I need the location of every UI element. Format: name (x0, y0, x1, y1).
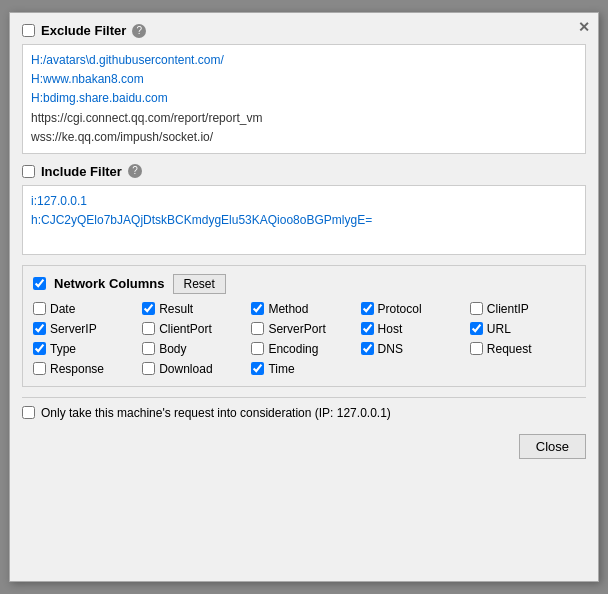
col-url-checkbox[interactable] (470, 322, 483, 335)
col-clientport-label: ClientPort (159, 322, 212, 336)
col-url: URL (470, 322, 575, 336)
include-filter-label: Include Filter (41, 164, 122, 179)
include-filter-header: Include Filter ? (22, 164, 586, 179)
col-date-checkbox[interactable] (33, 302, 46, 315)
main-dialog: ✕ Exclude Filter ? H:/avatars\d.githubus… (9, 12, 599, 582)
col-request: Request (470, 342, 575, 356)
col-encoding: Encoding (251, 342, 356, 356)
col-body: Body (142, 342, 247, 356)
col-method-label: Method (268, 302, 308, 316)
only-machine-checkbox[interactable] (22, 406, 35, 419)
col-clientport: ClientPort (142, 322, 247, 336)
exclude-entry-3: H:bdimg.share.baidu.com (31, 89, 577, 108)
include-entry-1: i:127.0.0.1 (31, 192, 577, 211)
exclude-filter-box: H:/avatars\d.githubusercontent.com/ H:ww… (22, 44, 586, 154)
col-request-checkbox[interactable] (470, 342, 483, 355)
col-serverport-label: ServerPort (268, 322, 325, 336)
col-type-label: Type (50, 342, 76, 356)
col-time-label: Time (268, 362, 294, 376)
col-serverip-label: ServerIP (50, 322, 97, 336)
close-button[interactable]: Close (519, 434, 586, 459)
exclude-entry-4: https://cgi.connect.qq.com/report/report… (31, 109, 577, 128)
close-x-button[interactable]: ✕ (578, 19, 590, 35)
divider (22, 397, 586, 398)
col-date-label: Date (50, 302, 75, 316)
col-serverip-checkbox[interactable] (33, 322, 46, 335)
col-response-checkbox[interactable] (33, 362, 46, 375)
col-result-checkbox[interactable] (142, 302, 155, 315)
col-encoding-label: Encoding (268, 342, 318, 356)
exclude-filter-label: Exclude Filter (41, 23, 126, 38)
exclude-filter-checkbox[interactable] (22, 24, 35, 37)
reset-button[interactable]: Reset (173, 274, 226, 294)
col-date: Date (33, 302, 138, 316)
col-clientip-label: ClientIP (487, 302, 529, 316)
exclude-filter-help-icon[interactable]: ? (132, 24, 146, 38)
col-clientip-checkbox[interactable] (470, 302, 483, 315)
col-method-checkbox[interactable] (251, 302, 264, 315)
network-columns-section: Network Columns Reset Date Result Method… (22, 265, 586, 387)
exclude-entry-1: H:/avatars\d.githubusercontent.com/ (31, 51, 577, 70)
col-protocol: Protocol (361, 302, 466, 316)
include-filter-help-icon[interactable]: ? (128, 164, 142, 178)
col-serverport: ServerPort (251, 322, 356, 336)
col-protocol-checkbox[interactable] (361, 302, 374, 315)
only-machine-row: Only take this machine's request into co… (22, 406, 586, 420)
col-response: Response (33, 362, 138, 376)
col-serverip: ServerIP (33, 322, 138, 336)
col-body-label: Body (159, 342, 186, 356)
col-method: Method (251, 302, 356, 316)
col-result-label: Result (159, 302, 193, 316)
exclude-entry-2: H:www.nbakan8.com (31, 70, 577, 89)
only-machine-label: Only take this machine's request into co… (41, 406, 391, 420)
col-download: Download (142, 362, 247, 376)
col-body-checkbox[interactable] (142, 342, 155, 355)
include-filter-box: i:127.0.0.1 h:CJC2yQElo7bJAQjDtskBCKmdyg… (22, 185, 586, 255)
col-download-checkbox[interactable] (142, 362, 155, 375)
include-entry-2: h:CJC2yQElo7bJAQjDtskBCKmdygElu53KAQioo8… (31, 211, 577, 230)
col-host-label: Host (378, 322, 403, 336)
col-url-label: URL (487, 322, 511, 336)
col-protocol-label: Protocol (378, 302, 422, 316)
col-clientip: ClientIP (470, 302, 575, 316)
col-response-label: Response (50, 362, 104, 376)
col-clientport-checkbox[interactable] (142, 322, 155, 335)
columns-grid: Date Result Method Protocol ClientIP S (33, 302, 575, 376)
col-type: Type (33, 342, 138, 356)
network-columns-header: Network Columns Reset (33, 274, 575, 294)
include-filter-checkbox[interactable] (22, 165, 35, 178)
col-time-checkbox[interactable] (251, 362, 264, 375)
col-result: Result (142, 302, 247, 316)
col-host: Host (361, 322, 466, 336)
col-encoding-checkbox[interactable] (251, 342, 264, 355)
col-download-label: Download (159, 362, 212, 376)
col-request-label: Request (487, 342, 532, 356)
col-serverport-checkbox[interactable] (251, 322, 264, 335)
network-columns-label: Network Columns (54, 276, 165, 291)
col-type-checkbox[interactable] (33, 342, 46, 355)
footer-row: Close (22, 430, 586, 459)
col-host-checkbox[interactable] (361, 322, 374, 335)
exclude-entry-5: wss://ke.qq.com/impush/socket.io/ (31, 128, 577, 147)
col-dns-checkbox[interactable] (361, 342, 374, 355)
col-dns-label: DNS (378, 342, 403, 356)
col-dns: DNS (361, 342, 466, 356)
network-columns-checkbox[interactable] (33, 277, 46, 290)
exclude-filter-header: Exclude Filter ? (22, 23, 586, 38)
col-time: Time (251, 362, 356, 376)
